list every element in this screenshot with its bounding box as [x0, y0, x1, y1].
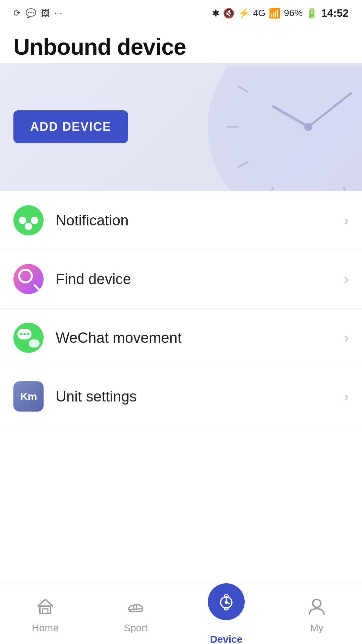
menu-item-notification[interactable]: Notification › — [0, 191, 362, 250]
wechat-label: WeChat movement — [56, 329, 344, 346]
home-nav-icon — [33, 595, 57, 619]
notification-icon — [13, 205, 44, 235]
network-label: 4G — [253, 8, 265, 18]
find-device-chevron: › — [344, 272, 349, 287]
page-header: Unbound device — [0, 23, 362, 63]
bluetooth-icon: ✱ — [212, 8, 220, 19]
sport-nav-icon — [124, 595, 148, 619]
menu-list: Notification › Find device › WeChat mo — [0, 191, 362, 426]
wechat-chevron: › — [344, 330, 349, 345]
svg-point-27 — [313, 599, 321, 607]
my-nav-label: My — [310, 622, 323, 634]
mute-icon: 🔇 — [223, 8, 235, 19]
notification-chevron: › — [344, 213, 349, 228]
nav-item-my[interactable]: My — [272, 595, 362, 634]
battery-icon: 🔋 — [306, 8, 318, 19]
unit-settings-icon: Km — [13, 381, 44, 412]
sync-icon: ⟳ — [13, 8, 21, 18]
svg-point-1 — [225, 66, 362, 191]
unit-settings-label: Unit settings — [56, 388, 344, 405]
unit-settings-chevron: › — [344, 389, 349, 404]
notification-label: Notification — [56, 212, 344, 229]
image-icon: 🖼 — [41, 8, 50, 18]
clock-illustration — [147, 66, 362, 191]
svg-rect-24 — [224, 595, 228, 597]
find-device-icon — [13, 264, 44, 294]
menu-item-unit-settings[interactable]: Km Unit settings › — [0, 367, 362, 426]
bottom-nav: Home Sport Devic — [0, 584, 362, 644]
device-nav-btn — [208, 583, 245, 620]
sport-nav-label: Sport — [124, 622, 148, 634]
status-bar: ⟳ 💬 🖼 ··· ✱ 🔇 ⚡ 4G 📶 96% 🔋 14:52 — [0, 0, 362, 23]
my-nav-icon — [305, 595, 329, 619]
time-display: 14:52 — [321, 7, 349, 19]
status-bar-right: ✱ 🔇 ⚡ 4G 📶 96% 🔋 14:52 — [212, 7, 349, 19]
wifi-icon: ⚡ — [238, 8, 250, 19]
device-nav-label: Device — [210, 634, 243, 644]
more-icon: ··· — [54, 8, 62, 18]
add-device-button[interactable]: ADD DEVICE — [13, 110, 128, 143]
svg-rect-25 — [224, 607, 228, 609]
svg-rect-17 — [40, 606, 51, 613]
nav-item-device[interactable]: Device — [181, 583, 272, 644]
wechat-icon — [13, 323, 44, 353]
page-title: Unbound device — [13, 34, 349, 60]
status-bar-left: ⟳ 💬 🖼 ··· — [13, 8, 62, 18]
menu-item-find-device[interactable]: Find device › — [0, 250, 362, 309]
battery-label: 96% — [284, 8, 303, 18]
home-nav-label: Home — [32, 622, 59, 634]
svg-point-26 — [225, 601, 227, 603]
svg-rect-18 — [43, 609, 48, 613]
nav-item-home[interactable]: Home — [0, 595, 90, 634]
hero-area: ADD DEVICE — [0, 63, 362, 191]
find-device-label: Find device — [56, 271, 344, 287]
chat-icon: 💬 — [25, 8, 36, 18]
signal-icon: 📶 — [269, 8, 281, 19]
svg-line-20 — [136, 605, 137, 609]
menu-item-wechat[interactable]: WeChat movement › — [0, 309, 362, 367]
svg-point-16 — [304, 123, 312, 131]
nav-item-sport[interactable]: Sport — [90, 595, 181, 634]
